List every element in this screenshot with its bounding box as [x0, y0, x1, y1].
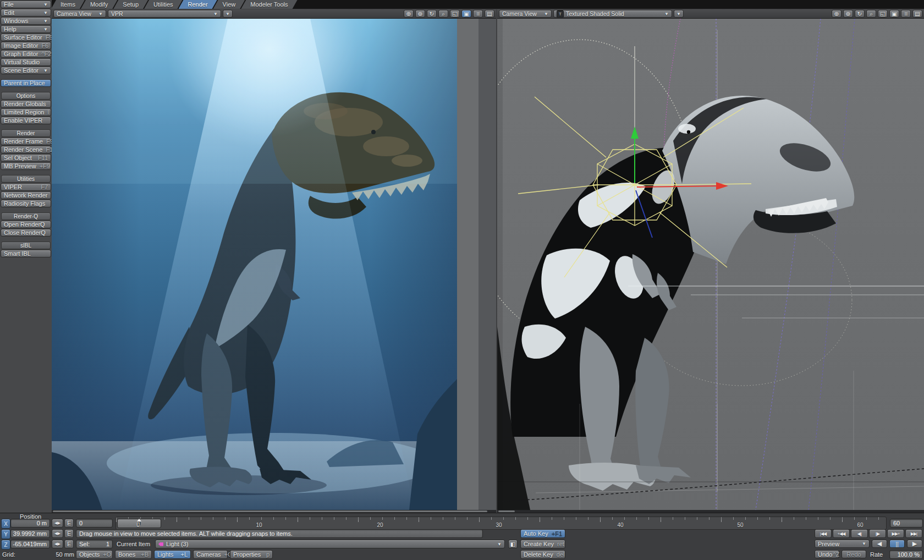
view-type-dropdown[interactable]: Camera View▼: [499, 10, 552, 18]
menu-icon[interactable]: ≡: [901, 10, 911, 18]
view-type-dropdown[interactable]: Camera View▼: [53, 10, 106, 18]
tab-modeler-tools[interactable]: Modeler Tools: [241, 0, 297, 9]
z-axis-button[interactable]: Z: [1, 540, 10, 550]
go-to-end-button[interactable]: ▶▶|: [905, 529, 922, 538]
prev-key-button[interactable]: +◀◀: [833, 529, 850, 538]
z-stepper[interactable]: ◀▶: [52, 540, 63, 548]
delete-key-button[interactable]: Delete Keydel: [520, 550, 565, 559]
chevron-down-icon: ▼: [494, 542, 502, 547]
y-position-field[interactable]: 39.9992 mm: [10, 529, 50, 538]
parent-in-place-button[interactable]: Parent in Place: [1, 79, 51, 87]
play-reverse-button[interactable]: ◀: [872, 540, 887, 548]
play-forward-button[interactable]: ▶: [907, 540, 922, 548]
undo-button[interactable]: Undo^Z: [815, 550, 839, 558]
open-renderq-button[interactable]: Open RenderQ: [1, 221, 51, 228]
x-stepper[interactable]: ◀▶: [52, 519, 63, 528]
render-frame-button[interactable]: Render FrameF9: [1, 138, 51, 145]
tab-items[interactable]: Items: [51, 0, 85, 9]
limited-region-button[interactable]: Limited Regionl: [1, 108, 51, 116]
enable-viper-button[interactable]: Enable VIPER: [1, 117, 51, 124]
create-key-button[interactable]: Create Keyret: [520, 540, 565, 548]
chevron-down-icon: ▼: [676, 12, 681, 17]
tab-setup[interactable]: Setup: [113, 0, 148, 9]
mb-preview-button[interactable]: MB Preview+F9: [1, 162, 51, 170]
properties-button[interactable]: Propertiesp: [230, 550, 273, 559]
step-back-button[interactable]: ◀||: [851, 529, 868, 538]
current-item-dropdown[interactable]: Light (3)▼: [155, 540, 505, 548]
tab-view[interactable]: View: [213, 0, 245, 9]
virtual-studio-button[interactable]: Virtual Studio: [1, 58, 51, 66]
next-key-button[interactable]: ▶▶+: [887, 529, 904, 538]
menu-windows[interactable]: Windows▼: [1, 17, 51, 25]
viper-button[interactable]: VIPERF7: [1, 183, 51, 191]
chevron-down-icon: ▼: [40, 68, 48, 73]
textured-mode-icon: T: [557, 10, 564, 18]
close-renderq-button[interactable]: Close RenderQ: [1, 229, 51, 237]
go-to-start-button[interactable]: |◀◀: [815, 529, 832, 538]
save-icon[interactable]: ▤: [485, 10, 494, 18]
timeline-tick: 40: [613, 522, 628, 528]
timeline-tick: 10: [252, 522, 266, 528]
orbit-icon[interactable]: ↻: [427, 10, 437, 18]
save-icon[interactable]: ▤: [912, 10, 922, 18]
menu-edit[interactable]: Edit▼: [1, 9, 51, 17]
viewport-options-dropdown[interactable]: ▼: [223, 10, 233, 18]
image-editor-button[interactable]: Image EditorF6: [1, 42, 51, 50]
render-scene-button[interactable]: Render SceneF10: [1, 146, 51, 153]
network-render-button[interactable]: Network Render: [1, 191, 51, 199]
camera-icon[interactable]: ▣: [889, 10, 899, 18]
viewport-options-dropdown[interactable]: ▼: [674, 10, 684, 18]
menu-help[interactable]: Help▼: [1, 25, 51, 33]
render-mode-dropdown[interactable]: VPR▼: [108, 10, 221, 18]
tab-modify[interactable]: Modify: [81, 0, 117, 9]
smart-ibl-button[interactable]: Smart IBL: [1, 250, 51, 257]
scene-editor-button[interactable]: Scene Editor▼: [1, 67, 51, 74]
tab-render[interactable]: Render: [179, 0, 217, 9]
objects-mode-button[interactable]: Objects+O: [76, 550, 113, 559]
right-viewport-render: [497, 19, 924, 510]
timeline-ruler[interactable]: 0 0 10 20 30 40 50 60: [116, 517, 887, 530]
menu-icon[interactable]: ≡: [473, 10, 483, 18]
current-frame-field[interactable]: 0: [76, 519, 113, 528]
end-frame-field[interactable]: 60: [890, 519, 923, 528]
preview-dropdown[interactable]: Preview▼: [815, 540, 870, 548]
menu-file[interactable]: File▼: [1, 1, 51, 8]
sel-object-button[interactable]: Sel ObjectF11: [1, 154, 51, 162]
lights-mode-button[interactable]: Lights+L: [154, 550, 191, 559]
graph-editor-button[interactable]: Graph Editor^F2: [1, 50, 51, 58]
chevron-down-icon: ▼: [40, 10, 48, 15]
tab-utilities[interactable]: Utilities: [144, 0, 182, 9]
z-position-field[interactable]: -65.0419mm: [10, 540, 50, 548]
selection-count-field: Sel:1: [76, 540, 113, 548]
redo-button[interactable]: Redo: [842, 550, 866, 558]
zoom-icon[interactable]: ⌕: [866, 10, 876, 18]
rotate-icon[interactable]: ⊛: [843, 10, 853, 18]
cameras-mode-button[interactable]: Cameras+C: [193, 550, 228, 559]
x-axis-button[interactable]: X: [1, 519, 10, 529]
y-axis-button[interactable]: Y: [1, 529, 10, 539]
camera-icon[interactable]: ▣: [461, 10, 471, 18]
surface-editor-button[interactable]: Surface EditorF5: [1, 34, 51, 41]
render-globals-button[interactable]: Render Globals: [1, 100, 51, 108]
step-forward-button[interactable]: ||▶: [869, 529, 886, 538]
orbit-icon[interactable]: ↻: [855, 10, 865, 18]
y-stepper[interactable]: ◀▶: [52, 529, 63, 538]
maximize-icon[interactable]: ◱: [450, 10, 460, 18]
x-envelope-button[interactable]: E: [64, 519, 74, 528]
bones-mode-button[interactable]: Bones+B: [115, 550, 152, 559]
pan-icon[interactable]: ⊕: [404, 10, 414, 18]
zoom-icon[interactable]: ⌕: [438, 10, 448, 18]
maximize-icon[interactable]: ◱: [878, 10, 888, 18]
y-envelope-button[interactable]: E: [64, 529, 74, 538]
item-list-split-button[interactable]: ◧: [508, 540, 518, 548]
auto-key-button[interactable]: Auto Key+F1: [520, 529, 565, 538]
pan-icon[interactable]: ⊕: [832, 10, 842, 18]
x-position-field[interactable]: 0 m: [10, 519, 50, 528]
pause-button[interactable]: ||: [889, 540, 905, 548]
light-item-icon: [158, 542, 163, 546]
radiosity-flags-button[interactable]: Radiosity Flags: [1, 200, 51, 207]
z-envelope-button[interactable]: E: [64, 540, 74, 548]
rate-field[interactable]: 100.0 %: [889, 550, 923, 559]
rotate-icon[interactable]: ⊛: [415, 10, 425, 18]
render-mode-dropdown[interactable]: TTextured Shaded Solid▼: [553, 10, 672, 18]
